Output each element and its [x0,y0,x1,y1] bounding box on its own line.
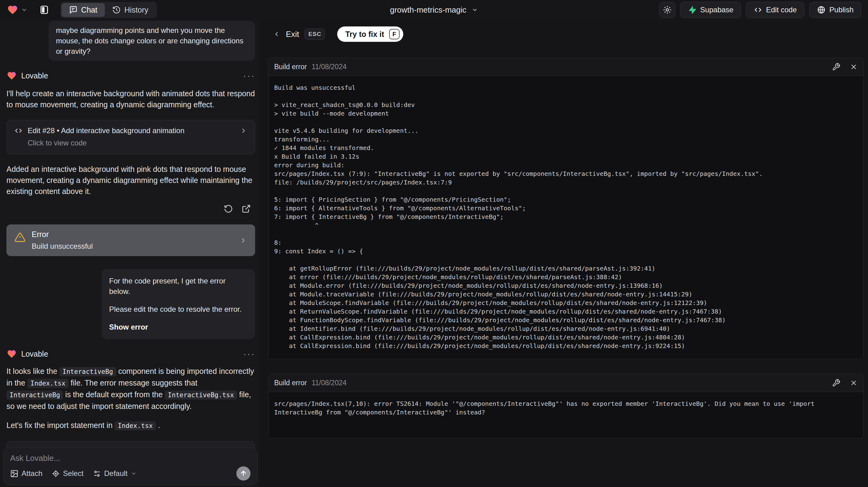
text-segment: is the default export from the [63,390,165,399]
user-message: maybe diagramming points and when you mo… [49,21,255,61]
build-error-header: Build error 11/08/2024 [269,58,863,76]
topbar-actions: Supabase Edit code Publish [659,2,861,18]
publish-label: Publish [829,5,854,14]
inline-code: InteractiveBg [6,391,63,400]
edit-code-label: Edit code [766,5,797,14]
chevron-down-icon [471,6,478,13]
image-icon [10,469,19,478]
error-card-title: Error [32,230,233,239]
chat-message-list[interactable]: maybe diagramming points and when you mo… [0,20,260,447]
build-error-log[interactable]: src/pages/Index.tsx(7,10): error TS2614:… [269,392,863,438]
close-icon[interactable] [849,63,858,71]
message-actions [6,204,251,213]
attach-label: Attach [22,469,42,478]
build-error-header: Build error 11/08/2024 [269,374,863,392]
chat-composer: Attach Select Default [3,448,257,485]
project-switcher[interactable]: growth-metrics-magic [390,5,478,15]
lovable-heart-icon [6,349,17,359]
edit-card-28[interactable]: Edit #28 • Add interactive background an… [6,120,255,154]
build-error-card[interactable]: Error Build unsuccessful [6,224,255,256]
show-error-link[interactable]: Show error [109,322,248,332]
assistant-message-text: Added an interactive background with pin… [6,163,255,197]
error-card-subtitle: Build unsuccessful [32,242,233,250]
inline-code: Index.tsx [115,421,156,430]
exit-button[interactable]: Exit ESC [273,29,325,40]
assistant-name: Lovable [21,349,48,359]
mode-dropdown[interactable]: Default [93,469,137,478]
chat-input[interactable] [10,454,250,466]
settings-button[interactable] [659,2,675,18]
error-detail-panel: Exit ESC Try to fix it F Build error 11/… [260,20,868,487]
supabase-icon [688,5,696,14]
error-panel-header: Exit ESC Try to fix it F [273,26,868,42]
lovable-heart-icon [6,71,17,81]
arrow-up-icon [240,469,247,478]
f-key-badge: F [389,29,400,39]
more-options-icon[interactable]: ··· [243,72,255,79]
text-segment: file. The error message suggests that [68,378,197,387]
inline-code: InteractiveBg [59,367,116,376]
build-error-title: Build error [274,63,307,71]
select-button[interactable]: Select [52,469,84,478]
code-brackets-icon [754,5,762,14]
assistant-message-header: Lovable ··· [6,349,255,359]
publish-button[interactable]: Publish [809,2,861,18]
restore-icon[interactable] [224,204,233,213]
assistant-message-text: I'll help create an interactive backgrou… [6,88,255,110]
attach-button[interactable]: Attach [10,469,42,478]
history-icon [112,5,121,14]
lovable-logo-menu[interactable] [7,4,28,16]
target-icon [52,469,60,478]
code-brackets-icon [14,126,23,135]
inline-code: Index.tsx [27,379,68,388]
chevron-right-icon [239,237,247,244]
tab-history[interactable]: History [105,3,156,17]
user-message: For the code present, I get the error be… [102,269,255,339]
lovable-app: Chat History growth-metrics-magic Supaba… [0,0,868,487]
lovable-heart-icon [7,4,19,16]
top-bar: Chat History growth-metrics-magic Supaba… [0,0,868,20]
chevron-down-icon [131,470,137,477]
tab-chat-label: Chat [81,5,97,14]
tab-chat[interactable]: Chat [61,3,105,17]
assistant-message-header: Lovable ··· [6,71,255,81]
sliders-icon [93,469,101,478]
text-segment: . [156,421,160,429]
chevron-down-icon [21,6,28,13]
build-error-log-card: Build error 11/08/2024 Build was unsucce… [268,58,864,359]
user-message-text: For the code present, I get the error be… [109,276,248,297]
wrench-icon[interactable] [832,63,840,71]
supabase-label: Supabase [700,5,733,14]
warning-triangle-icon [14,232,26,243]
text-segment: It looks like the [6,367,59,375]
chat-history-tabs: Chat History [60,2,157,18]
esc-key-badge: ESC [305,29,325,40]
inline-code: InteractiveBg.tsx [165,391,237,400]
user-message-text: Please edit the code to resolve the erro… [109,304,248,314]
project-title: growth-metrics-magic [390,5,467,15]
build-error-log[interactable]: Build was unsuccessful > vite_react_shad… [269,76,863,359]
sidebar-toggle-button[interactable] [36,2,52,18]
send-button[interactable] [236,466,250,481]
close-icon[interactable] [849,379,858,387]
try-to-fix-button[interactable]: Try to fix it F [337,26,403,42]
build-error-title: Build error [274,379,307,387]
wrench-icon[interactable] [832,379,840,387]
build-error-log-card: Build error 11/08/2024 src/pages/Index.t… [268,374,864,438]
edit-code-button[interactable]: Edit code [746,2,804,18]
assistant-message-text: It looks like the InteractiveBg componen… [6,366,255,412]
mode-label: Default [104,469,128,478]
gear-icon [663,5,672,14]
fix-label: Try to fix it [345,30,384,39]
supabase-button[interactable]: Supabase [680,2,741,18]
text-segment: Let's fix the import statement in [6,421,115,429]
chevron-right-icon [240,127,247,135]
more-options-icon[interactable]: ··· [243,351,255,357]
assistant-message-text: Let's fix the import statement in Index.… [6,420,255,431]
assistant-name: Lovable [21,71,48,80]
chat-icon [69,5,78,14]
user-message-text: maybe diagramming points and when you mo… [56,26,243,55]
open-external-icon[interactable] [242,204,251,213]
globe-icon [817,5,826,14]
edit-card-subtitle: Click to view code [28,139,247,147]
